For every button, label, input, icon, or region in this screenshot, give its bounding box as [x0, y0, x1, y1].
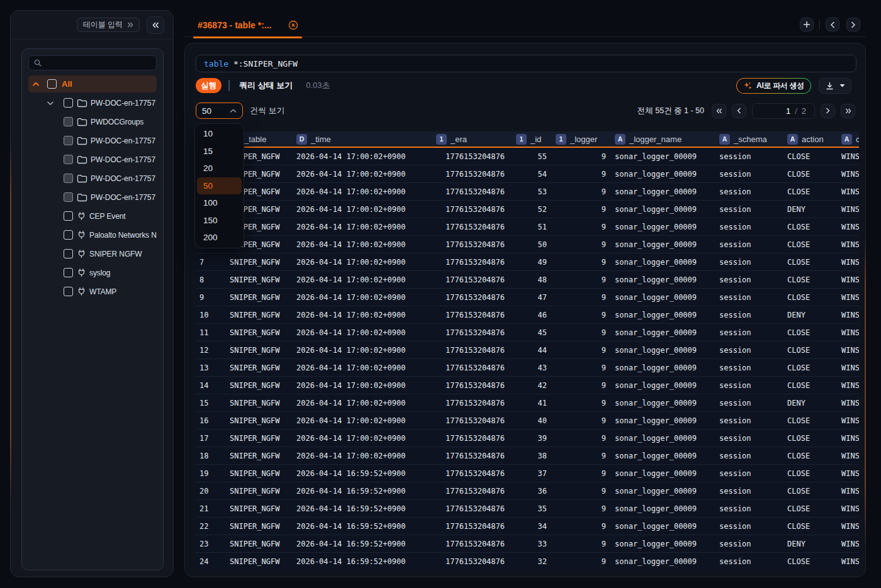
- table-row[interactable]: 20SNIPER_NGFW2026-04-14 16:59:52+0900177…: [196, 482, 859, 500]
- table-row[interactable]: 16SNIPER_NGFW2026-04-14 17:00:02+0900177…: [196, 412, 859, 430]
- download-button[interactable]: [819, 78, 851, 94]
- tree-item-pw-doc-en-17757[interactable]: PW-DOC-en-17757: [28, 94, 159, 111]
- checkbox[interactable]: [64, 230, 73, 240]
- table-input-button[interactable]: 테이블 입력: [77, 18, 140, 32]
- column-header-_logger_name[interactable]: A_logger_name: [610, 131, 714, 147]
- last-page-button[interactable]: [841, 104, 855, 118]
- cell: WINS: [838, 412, 859, 429]
- column-header-action[interactable]: Aaction: [783, 131, 838, 147]
- checkbox[interactable]: [64, 136, 73, 145]
- checkbox[interactable]: [64, 192, 73, 202]
- column-header-_id[interactable]: 1_id: [511, 131, 551, 147]
- column-header-_era[interactable]: 1_era: [431, 131, 511, 147]
- prev-page-button[interactable]: [732, 104, 746, 118]
- column-type-badge: A: [787, 134, 798, 145]
- query-input[interactable]: table *:SNIPER_NGFW: [196, 55, 856, 72]
- checkbox[interactable]: [64, 211, 73, 221]
- table-row[interactable]: 17SNIPER_NGFW2026-04-14 17:00:02+0900177…: [196, 430, 859, 447]
- tree-item-paloalto-networks-n[interactable]: Paloalto Networks N: [28, 226, 159, 243]
- tree-item-pw-doc-en-17757[interactable]: PW-DOC-en-17757: [28, 132, 159, 149]
- tree-item-cep-event[interactable]: CEP Event: [28, 208, 159, 225]
- tree-item-all[interactable]: All: [28, 75, 157, 92]
- cell: 9: [551, 412, 610, 429]
- cell: 1776153204876: [431, 535, 511, 552]
- table-row[interactable]: 2SNIPER_NGFW2026-04-14 17:00:02+09001776…: [196, 165, 859, 183]
- elapsed-time: 0.03초: [306, 80, 330, 91]
- table-row[interactable]: 21SNIPER_NGFW2026-04-14 16:59:52+0900177…: [196, 500, 859, 518]
- cell: 23: [196, 535, 226, 552]
- close-icon[interactable]: [288, 20, 298, 30]
- caret-down-icon[interactable]: [839, 84, 845, 87]
- table-row[interactable]: 15SNIPER_NGFW2026-04-14 17:00:02+0900177…: [196, 394, 859, 412]
- next-page-button[interactable]: [821, 104, 835, 118]
- page-size-option-200[interactable]: 200: [197, 229, 242, 247]
- page-size-option-10[interactable]: 10: [197, 125, 242, 143]
- table-row[interactable]: 19SNIPER_NGFW2026-04-14 16:59:52+0900177…: [196, 465, 859, 482]
- table-row[interactable]: 9SNIPER_NGFW2026-04-14 17:00:02+09001776…: [196, 289, 859, 306]
- table-row[interactable]: 10SNIPER_NGFW2026-04-14 17:00:02+0900177…: [196, 306, 859, 324]
- tab-query[interactable]: #36873 - table *:...: [193, 13, 302, 37]
- table-row[interactable]: 4SNIPER_NGFW2026-04-14 17:00:02+09001776…: [196, 201, 859, 218]
- next-tab-button[interactable]: [846, 18, 860, 31]
- cell: SNIPER_NGFW: [226, 324, 291, 341]
- table-row[interactable]: 22SNIPER_NGFW2026-04-14 16:59:52+0900177…: [196, 518, 859, 535]
- checkbox[interactable]: [64, 249, 73, 258]
- page-size-option-150[interactable]: 150: [197, 212, 242, 230]
- sidebar-collapse-button[interactable]: [147, 16, 164, 34]
- table-row[interactable]: 3SNIPER_NGFW2026-04-14 17:00:02+09001776…: [196, 183, 859, 201]
- tree-item-pwdocgroups[interactable]: PWDOCGroups: [28, 113, 159, 130]
- checkbox[interactable]: [64, 174, 73, 183]
- tree-item-syslog[interactable]: syslog: [28, 264, 159, 281]
- column-header-_schema[interactable]: A_schema: [714, 131, 783, 147]
- cell: 8: [196, 271, 226, 288]
- page-size-option-100[interactable]: 100: [197, 194, 242, 212]
- table-row[interactable]: 6SNIPER_NGFW2026-04-14 17:00:02+09001776…: [196, 236, 859, 253]
- checkbox[interactable]: [64, 117, 73, 126]
- cell: SNIPER_NGFW: [226, 553, 291, 569]
- ai-parser-button[interactable]: AI로 파서 생성: [736, 78, 811, 94]
- table-row[interactable]: 8SNIPER_NGFW2026-04-14 17:00:02+09001776…: [196, 271, 859, 289]
- table-row[interactable]: 1SNIPER_NGFW2026-04-14 17:00:02+09001776…: [196, 148, 859, 165]
- table-row[interactable]: 23SNIPER_NGFW2026-04-14 16:59:52+0900177…: [196, 535, 859, 553]
- cell: sonar_logger_00009: [610, 165, 714, 182]
- cell: 2026-04-14 17:00:02+0900: [291, 377, 431, 394]
- tree-item-pw-doc-en-17757[interactable]: PW-DOC-en-17757: [28, 170, 159, 187]
- cell: 2026-04-14 17:00:02+0900: [291, 359, 431, 376]
- add-tab-button[interactable]: [800, 18, 814, 31]
- column-header-_time[interactable]: D_time: [291, 131, 431, 147]
- cell: 1776153204876: [431, 201, 511, 218]
- table-row[interactable]: 18SNIPER_NGFW2026-04-14 17:00:02+0900177…: [196, 447, 859, 465]
- table-row[interactable]: 14SNIPER_NGFW2026-04-14 17:00:02+0900177…: [196, 377, 859, 394]
- column-header-_logger[interactable]: 1_logger: [551, 131, 610, 147]
- cell: sonar_logger_00009: [610, 324, 714, 341]
- tree-item-wtamp[interactable]: WTAMP: [28, 283, 159, 300]
- checkbox[interactable]: [64, 155, 73, 164]
- page-number-input[interactable]: [783, 106, 790, 116]
- page-size-option-50[interactable]: 50: [197, 177, 242, 195]
- table-row[interactable]: 13SNIPER_NGFW2026-04-14 17:00:02+0900177…: [196, 359, 859, 377]
- cell: sonar_logger_00009: [610, 306, 714, 323]
- column-header-c[interactable]: Ac: [838, 131, 859, 147]
- tree-item-sniper-ngfw[interactable]: SNIPER NGFW: [28, 245, 159, 262]
- query-panel: table *:SNIPER_NGFW 실행 쿼리 상태 보기 0.03초 AI…: [184, 43, 866, 577]
- table-row[interactable]: 24SNIPER_NGFW2026-04-14 16:59:52+0900177…: [196, 553, 859, 569]
- table-row[interactable]: 7SNIPER_NGFW2026-04-14 17:00:02+09001776…: [196, 253, 859, 271]
- first-page-button[interactable]: [712, 104, 726, 118]
- tree-item-pw-doc-en-17757[interactable]: PW-DOC-en-17757: [28, 189, 159, 206]
- page-size-option-15[interactable]: 15: [197, 143, 242, 160]
- table-row[interactable]: 11SNIPER_NGFW2026-04-14 17:00:02+0900177…: [196, 324, 859, 341]
- tree-search-input[interactable]: [45, 58, 151, 67]
- page-size-option-20[interactable]: 20: [197, 160, 242, 177]
- query-status-link[interactable]: 쿼리 상태 보기: [239, 80, 293, 91]
- cell: sonar_logger_00009: [610, 289, 714, 306]
- tree-item-pw-doc-en-17757[interactable]: PW-DOC-en-17757: [28, 151, 159, 168]
- checkbox[interactable]: [64, 268, 73, 277]
- run-button[interactable]: 실행: [196, 78, 222, 93]
- table-row[interactable]: 12SNIPER_NGFW2026-04-14 17:00:02+0900177…: [196, 341, 859, 359]
- prev-tab-button[interactable]: [826, 18, 839, 31]
- checkbox[interactable]: [47, 79, 57, 89]
- page-size-select[interactable]: 50: [196, 103, 243, 119]
- checkbox[interactable]: [64, 98, 73, 108]
- table-row[interactable]: 5SNIPER_NGFW2026-04-14 17:00:02+09001776…: [196, 218, 859, 236]
- checkbox[interactable]: [64, 287, 73, 296]
